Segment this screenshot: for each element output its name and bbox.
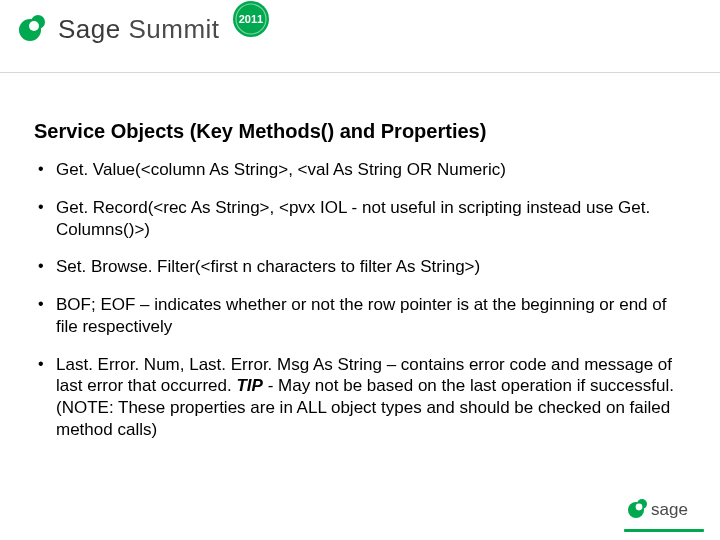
brand-sage: Sage [58,14,121,44]
sage-logo-icon [16,10,50,48]
svg-point-7 [636,504,643,511]
brand-group: Sage Summit 2011 [16,8,272,50]
footer-logo-text: sage [651,500,688,519]
list-item: Get. Record(<rec As String>, <pvx IOL - … [34,197,686,241]
bullet-text: Set. Browse. Filter(<first n characters … [56,257,480,276]
list-item: BOF; EOF – indicates whether or not the … [34,294,686,338]
svg-point-2 [29,21,39,31]
list-item: Get. Value(<column As String>, <val As S… [34,159,686,181]
bullet-tip-label: TIP [236,376,262,395]
slide-heading: Service Objects (Key Methods() and Prope… [34,120,686,143]
brand-text: Sage Summit [58,14,220,45]
year-badge: 2011 [230,0,272,40]
year-text: 2011 [238,13,262,25]
bullet-text: Get. Record(<rec As String>, <pvx IOL - … [56,198,650,239]
bullet-list: Get. Value(<column As String>, <val As S… [34,159,686,441]
bullet-text: BOF; EOF – indicates whether or not the … [56,295,666,336]
header-bar: Sage Summit 2011 [0,0,720,73]
bullet-text: Get. Value(<column As String>, <val As S… [56,160,506,179]
list-item: Last. Error. Num, Last. Error. Msg As St… [34,354,686,441]
footer-sage-logo: sage [626,494,698,526]
list-item: Set. Browse. Filter(<first n characters … [34,256,686,278]
brand-summit: Summit [128,14,219,44]
footer-underline [624,529,704,532]
slide-content: Service Objects (Key Methods() and Prope… [34,120,686,457]
